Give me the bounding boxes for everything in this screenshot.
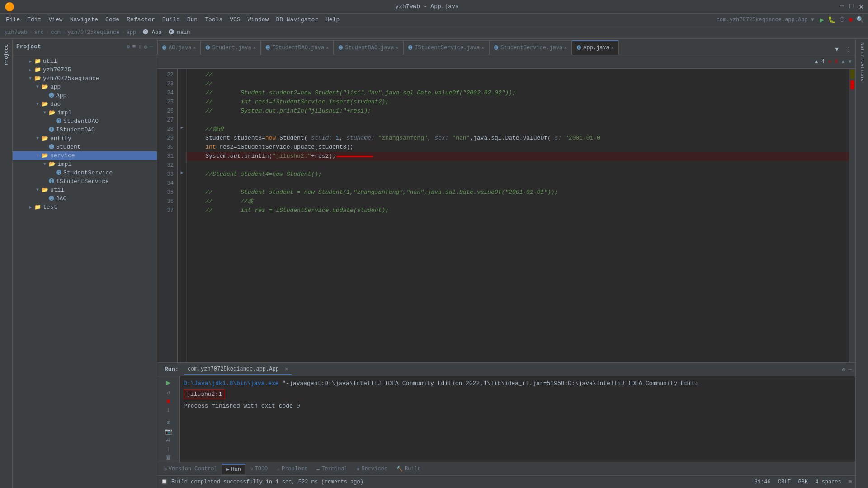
tree-item-keqiance[interactable]: ▼ 📂 yzh70725keqiance	[13, 74, 157, 83]
sort-icon[interactable]: ↕	[138, 43, 142, 51]
tree-item-service-impl[interactable]: ▼ 📂 impl	[13, 160, 157, 169]
tab-appjava[interactable]: 🅒 App.java ✕	[572, 40, 619, 55]
run-content: ▶ ↺ ■ ↓ ⚙ 📷 🖨 ↕ 🗑 D:\Java\jdk1.8\bin\jav…	[157, 376, 855, 462]
menu-window[interactable]: Window	[244, 15, 273, 24]
bc-com[interactable]: com	[51, 29, 61, 36]
java-interface-icon: 🅘	[49, 178, 54, 185]
tab-studentjava[interactable]: 🅒 Student.java ✕	[201, 40, 260, 55]
tab-problems[interactable]: ⚠ Problems	[272, 464, 312, 474]
tab-overflow[interactable]: ▼	[831, 44, 842, 55]
code-line-32	[187, 161, 849, 170]
tab-version-control[interactable]: ◎ Version Control	[159, 464, 222, 474]
tab-close-app[interactable]: ✕	[611, 45, 614, 51]
warning-marker	[850, 70, 854, 79]
menu-view[interactable]: View	[45, 15, 66, 24]
run-camera-button[interactable]: 📷	[163, 428, 174, 435]
tree-item-app-folder[interactable]: ▼ 📂 app	[13, 83, 157, 91]
tree-item-bao[interactable]: 🅒 BAO	[13, 194, 157, 203]
tree-item-istudentdao[interactable]: 🅘 IStudentDAO	[13, 126, 157, 134]
tab-close-istudentdao[interactable]: ✕	[326, 45, 329, 51]
search-toolbar[interactable]: 🔍	[854, 16, 866, 23]
tree-item-service[interactable]: ▼ 📂 service	[13, 151, 157, 160]
title-bar: 🟠 yzh7wwb - App.java ─ □ ✕	[0, 0, 868, 14]
minimize-button[interactable]: ─	[840, 2, 844, 11]
tab-close-studentdao[interactable]: ✕	[396, 45, 398, 51]
tab-run[interactable]: ▶ Run	[222, 464, 245, 474]
scroll-down[interactable]: ▼	[849, 59, 852, 65]
menu-run[interactable]: Run	[184, 15, 201, 24]
tree-item-yzh70725[interactable]: ▶ 📁 yzh70725	[13, 66, 157, 74]
run-sort-button[interactable]: ↕	[163, 446, 174, 452]
tab-todo[interactable]: ☑ TODO	[245, 464, 272, 474]
bc-main[interactable]: 🅜 main	[169, 29, 190, 36]
tree-item-util[interactable]: ▶ 📁 util	[13, 57, 157, 66]
bc-app-class[interactable]: 🅒 App	[143, 29, 161, 36]
settings-icon[interactable]: ⚙	[144, 43, 147, 51]
tree-item-istudentservice[interactable]: 🅘 IStudentService	[13, 177, 157, 186]
tree-item-app-class[interactable]: 🅒 App	[13, 91, 157, 100]
menu-build[interactable]: Build	[159, 15, 184, 24]
tab-close-istudentservice[interactable]: ✕	[481, 45, 484, 51]
bc-app-folder[interactable]: app	[127, 29, 137, 36]
close-button[interactable]: ✕	[859, 2, 863, 11]
run-settings-icon[interactable]: ⚙	[842, 366, 845, 373]
notifications-icon[interactable]: Notifications	[859, 42, 865, 81]
run-tools-button[interactable]: ⚙	[163, 419, 174, 426]
tab-istudentservice[interactable]: 🅘 IStudentService.java ✕	[403, 40, 489, 55]
bc-package[interactable]: yzh70725keqiance	[67, 29, 119, 36]
maximize-button[interactable]: □	[849, 2, 854, 11]
run-stop-button[interactable]: ■	[163, 398, 174, 405]
tab-close-ao[interactable]: ✕	[193, 45, 196, 51]
menu-refactor[interactable]: Refactor	[123, 15, 158, 24]
run-play-button[interactable]: ▶	[163, 378, 174, 387]
tab-close-student[interactable]: ✕	[253, 45, 256, 51]
tab-studentservice[interactable]: 🅒 StudentService.java ✕	[489, 40, 572, 55]
menu-dbnavigator[interactable]: DB Navigator	[272, 15, 322, 24]
tree-item-dao[interactable]: ▼ 📂 dao	[13, 100, 157, 108]
tab-aojava[interactable]: 🅒 AO.java ✕	[157, 40, 201, 55]
run-print-button[interactable]: 🖨	[163, 437, 174, 444]
run-header: Run: com.yzh70725keqiance.app.App ✕ ⚙ ─	[157, 363, 855, 376]
code-content[interactable]: // // // Student student2=new Student("l…	[187, 69, 849, 362]
collapse-icon[interactable]: ≡	[132, 43, 136, 51]
tree-item-util2[interactable]: ▼ 📂 util	[13, 186, 157, 194]
menu-help[interactable]: Help	[322, 15, 343, 24]
minimize-panel-icon[interactable]: ─	[150, 43, 153, 51]
tab-studentdao[interactable]: 🅒 StudentDAO.java ✕	[334, 40, 403, 55]
run-minimize-icon[interactable]: ─	[848, 366, 852, 373]
code-line-36: // //改	[187, 197, 849, 206]
tab-more-options[interactable]: ⋮	[842, 44, 855, 55]
tree-item-studentservice[interactable]: 🅒 StudentService	[13, 169, 157, 177]
tab-close-studentservice[interactable]: ✕	[564, 45, 567, 51]
run-clear-button[interactable]: 🗑	[163, 454, 174, 461]
bc-project[interactable]: yzh7wwb	[5, 29, 27, 36]
menu-tools[interactable]: Tools	[201, 15, 226, 24]
tree-item-entity[interactable]: ▼ 📂 entity	[13, 134, 157, 143]
locate-icon[interactable]: ⊕	[127, 43, 130, 51]
project-icon[interactable]: Project	[4, 42, 9, 67]
menu-file[interactable]: File	[2, 15, 24, 24]
tab-terminal[interactable]: ▬ Terminal	[312, 464, 352, 474]
menu-edit[interactable]: Edit	[24, 15, 45, 24]
menu-navigate[interactable]: Navigate	[66, 15, 102, 24]
run-tab-close[interactable]: ✕	[285, 366, 288, 372]
indent-setting: 4 spaces	[815, 479, 841, 485]
tree-item-dao-impl[interactable]: ▼ 📂 impl	[13, 108, 157, 117]
tab-build[interactable]: 🔨 Build	[392, 464, 425, 474]
menu-vcs[interactable]: VCS	[226, 15, 244, 24]
tree-item-student[interactable]: 🅒 Student	[13, 143, 157, 151]
tree-item-test[interactable]: ▶ 📁 test	[13, 203, 157, 211]
tab-istudentdao[interactable]: 🅘 IStudentDAO.java ✕	[261, 40, 334, 55]
menu-code[interactable]: Code	[102, 15, 123, 24]
scroll-up[interactable]: ▲	[842, 59, 845, 65]
run-button[interactable]: ▶	[818, 15, 826, 24]
scroll-to-end-button[interactable]: ↓	[163, 407, 174, 413]
tree-item-studentdao[interactable]: 🅒 StudentDAO	[13, 117, 157, 126]
tab-services[interactable]: ◈ Services	[352, 464, 392, 474]
stop-button[interactable]: ■	[847, 16, 854, 23]
debug-button[interactable]: 🐛	[826, 16, 837, 23]
run-tab-app[interactable]: com.yzh70725keqiance.app.App ✕	[184, 364, 292, 375]
bc-src[interactable]: src	[34, 29, 44, 36]
profile-button[interactable]: ⏱	[837, 16, 847, 23]
run-rerun-button[interactable]: ↺	[163, 389, 174, 396]
